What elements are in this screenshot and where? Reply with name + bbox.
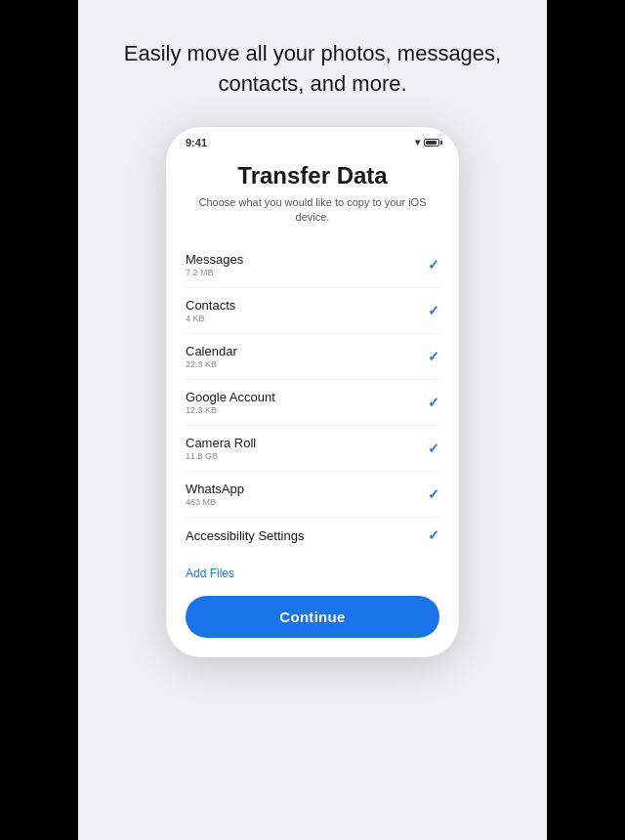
headline: Easily move all your photos, messages, c… bbox=[98, 39, 527, 100]
transfer-subtitle: Choose what you would like to copy to yo… bbox=[186, 195, 439, 226]
list-item[interactable]: Messages7.2 MB✓ bbox=[186, 242, 439, 288]
item-size: 7.2 MB bbox=[186, 268, 243, 277]
item-name: Google Account bbox=[186, 390, 275, 404]
item-size: 4 KB bbox=[186, 314, 235, 323]
check-icon: ✓ bbox=[428, 303, 439, 318]
phone-frame: 9:41 ▾ Transfer Data Choose what you wou… bbox=[166, 127, 459, 658]
items-list: Messages7.2 MB✓Contacts4 KB✓Calendar22.3… bbox=[186, 242, 439, 553]
item-name: WhatsApp bbox=[186, 482, 244, 496]
time-display: 9:41 bbox=[186, 137, 207, 148]
list-item[interactable]: Google Account12.3 KB✓ bbox=[186, 380, 439, 426]
item-info: Camera Roll11.8 GB bbox=[186, 436, 256, 461]
check-icon: ✓ bbox=[428, 395, 439, 410]
item-info: Calendar22.3 KB bbox=[186, 344, 237, 369]
check-icon: ✓ bbox=[428, 527, 439, 543]
status-bar: 9:41 ▾ bbox=[166, 127, 459, 152]
item-info: Messages7.2 MB bbox=[186, 252, 243, 277]
item-name: Messages bbox=[186, 252, 243, 267]
item-info: Google Account12.3 KB bbox=[186, 390, 275, 415]
item-size: 11.8 GB bbox=[186, 451, 256, 461]
list-item[interactable]: Accessibility Settings✓ bbox=[186, 518, 439, 553]
battery-icon bbox=[424, 139, 439, 147]
center-panel: Easily move all your photos, messages, c… bbox=[78, 0, 547, 840]
check-icon: ✓ bbox=[428, 257, 439, 273]
check-icon: ✓ bbox=[428, 441, 439, 456]
check-icon: ✓ bbox=[428, 486, 439, 502]
item-size: 12.3 KB bbox=[186, 405, 275, 415]
transfer-title: Transfer Data bbox=[186, 162, 439, 189]
list-item[interactable]: Contacts4 KB✓ bbox=[186, 288, 439, 334]
list-item[interactable]: Calendar22.3 KB✓ bbox=[186, 334, 439, 380]
item-info: WhatsApp463 MB bbox=[186, 482, 244, 507]
item-name: Camera Roll bbox=[186, 436, 256, 450]
phone-content: Transfer Data Choose what you would like… bbox=[166, 152, 459, 658]
continue-button[interactable]: Continue bbox=[186, 596, 439, 638]
status-icons: ▾ bbox=[415, 137, 439, 147]
list-item[interactable]: WhatsApp463 MB✓ bbox=[186, 472, 439, 518]
item-name: Accessibility Settings bbox=[186, 528, 304, 543]
list-item[interactable]: Camera Roll11.8 GB✓ bbox=[186, 426, 439, 472]
item-name: Calendar bbox=[186, 344, 237, 358]
check-icon: ✓ bbox=[428, 349, 439, 364]
item-size: 463 MB bbox=[186, 497, 244, 507]
wifi-icon: ▾ bbox=[415, 137, 420, 147]
item-info: Contacts4 KB bbox=[186, 298, 235, 323]
add-files-button[interactable]: Add Files bbox=[186, 567, 234, 580]
item-name: Contacts bbox=[186, 298, 235, 313]
item-info: Accessibility Settings bbox=[186, 528, 304, 543]
item-size: 22.3 KB bbox=[186, 359, 237, 369]
